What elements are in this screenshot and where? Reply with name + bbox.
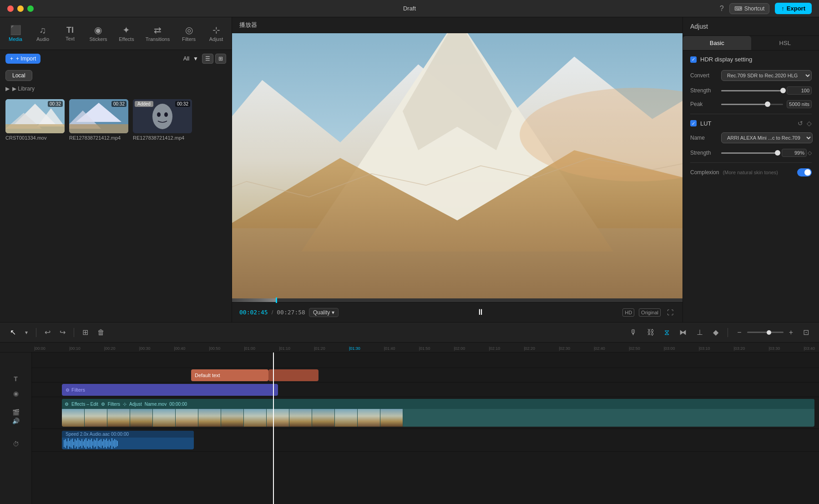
zoom-slider[interactable] — [747, 332, 784, 333]
sticker-track-icon: ◉ — [13, 390, 19, 397]
filters-clip[interactable]: ⚙ Filters — [62, 384, 278, 396]
magnet-button[interactable]: ⧖ — [662, 327, 672, 338]
video-clip-main[interactable]: ⚙ Effects – Edit ⚙ Filters ⊹ Adjust Name… — [62, 399, 814, 427]
total-time: 00:27:58 — [277, 309, 305, 316]
zoom-thumb — [767, 330, 771, 335]
media-thumb-3[interactable]: 00:32 Added RE127838721412.mp4 — [133, 99, 192, 317]
peak-slider[interactable] — [721, 104, 783, 105]
tab-text[interactable]: TI Text — [56, 22, 84, 45]
tab-audio[interactable]: ♫ Audio — [29, 22, 56, 45]
grid-view-button[interactable]: ⊞ — [215, 54, 226, 64]
tab-filters[interactable]: ◎ Filters — [175, 22, 202, 45]
lut-reset-icon[interactable]: ↺ — [798, 120, 803, 127]
main-area: ⬛ Media ♫ Audio TI Text ◉ Stickers ✦ Eff… — [0, 17, 819, 322]
delete-button[interactable]: 🗑 — [95, 327, 107, 338]
media-thumb-1[interactable]: 00:32 CRST001334.mov — [5, 99, 65, 317]
undo-button[interactable]: ↩ — [42, 326, 53, 338]
lut-name-select[interactable]: ARRI ALEXA Mini ...c to Rec.709 — [721, 132, 813, 143]
progress-bar[interactable] — [232, 298, 682, 302]
audio-clip-main[interactable]: Speed 2.0x Audio.aac 00:00:00 — [62, 431, 194, 449]
hd-view-button[interactable]: HD — [622, 308, 634, 317]
complexion-toggle[interactable] — [797, 168, 812, 176]
library-item[interactable]: ▶ ▶ Library — [0, 84, 232, 94]
lut-checkbox[interactable] — [690, 120, 697, 126]
text-clip-main[interactable]: Default text — [191, 369, 268, 381]
tab-transitions[interactable]: ⇄ Transitions — [140, 22, 175, 45]
waveform-bar — [107, 441, 108, 447]
tab-media[interactable]: ⬛ Media — [2, 22, 29, 45]
all-filter[interactable]: All — [183, 55, 189, 62]
close-button[interactable] — [7, 5, 14, 12]
split-button[interactable]: ⊞ — [80, 326, 91, 338]
lut-name-label: Name — [690, 135, 718, 141]
lut-settings-icon[interactable]: ◇ — [807, 120, 812, 127]
local-button[interactable]: Local — [5, 70, 32, 81]
lut-diamond-icon[interactable]: ◇ — [808, 150, 812, 156]
mic-button[interactable]: 🎙 — [627, 327, 640, 338]
ruler-mark-16: |02:40 — [594, 346, 629, 352]
select-dropdown-button[interactable]: ▾ — [22, 328, 30, 338]
waveform-bar — [87, 441, 88, 447]
plus-icon: + — [10, 55, 13, 62]
ruler-mark-14: |02:20 — [524, 346, 559, 352]
waveform-bar — [105, 440, 106, 447]
convert-select[interactable]: Rec.709 SDR to Rec.2020 HLG — [721, 70, 812, 81]
play-pause-button[interactable]: ⏸ — [471, 306, 490, 319]
hdr-label: HDR display setting — [700, 56, 752, 63]
ruler-mark-2: |00:20 — [104, 346, 139, 352]
minimize-button[interactable] — [17, 5, 24, 12]
strength-slider[interactable] — [721, 90, 783, 91]
select-tool-button[interactable]: ↖ — [7, 326, 19, 338]
link-button[interactable]: ⛓ — [644, 327, 657, 338]
effects-edit-label: Effects – Edit — [71, 402, 98, 407]
quality-button[interactable]: Quality ▾ — [309, 308, 339, 317]
preview-right-controls: HD Original ⛶ — [622, 308, 675, 317]
shortcut-button[interactable]: ⌨ Shortcut — [729, 3, 770, 14]
zoom-out-button[interactable]: − — [734, 327, 744, 338]
lut-strength-slider[interactable] — [721, 152, 778, 154]
titlebar-right: ? ⌨ Shortcut ↑ Export — [720, 3, 812, 14]
thumb-name-1: CRST001334.mov — [5, 135, 65, 141]
export-button[interactable]: ↑ Export — [775, 3, 812, 14]
video-track-icons: 🎬 🔊 — [12, 409, 20, 424]
redo-button[interactable]: ↪ — [57, 326, 68, 338]
convert-label: Convert — [690, 72, 718, 79]
waveform-bar — [80, 441, 81, 446]
snap-button[interactable]: ⧓ — [677, 326, 689, 338]
empty-top-row — [32, 353, 819, 368]
filter-icon[interactable]: ▼ — [193, 55, 198, 62]
tab-basic[interactable]: Basic — [683, 36, 751, 50]
help-icon[interactable]: ? — [720, 5, 724, 13]
fullscreen-button[interactable]: ⛶ — [665, 308, 675, 317]
timeline-tracks-container: T ◉ 🎬 🔊 ⏱ Defaul — [0, 353, 819, 504]
tab-effects[interactable]: ✦ Effects — [113, 22, 140, 45]
ruler-mark-10: |01:40 — [384, 346, 419, 352]
list-view-button[interactable]: ☰ — [202, 54, 213, 64]
mini-thumb-1 — [62, 409, 85, 427]
maximize-button[interactable] — [27, 5, 34, 12]
waveform-bar — [96, 438, 97, 449]
zoom-in-button[interactable]: + — [786, 327, 796, 338]
split2-button[interactable]: ⊥ — [694, 326, 706, 338]
waveform-bar — [79, 440, 80, 448]
keyframe-button[interactable]: ◆ — [710, 326, 721, 338]
import-button[interactable]: + + Import — [5, 54, 40, 64]
media-thumb-2[interactable]: 00:32 RE127838721412.mp4 — [69, 99, 128, 317]
lut-strength-row: Strength 99% ◇ — [690, 149, 812, 157]
original-button[interactable]: Original — [639, 308, 661, 317]
text-clip-continuation[interactable] — [268, 369, 318, 381]
peak-thumb — [765, 101, 770, 107]
tab-adjust[interactable]: ⊹ Adjust — [202, 22, 230, 45]
export-icon: ↑ — [781, 5, 784, 12]
view-buttons: ☰ ⊞ — [202, 54, 226, 64]
hdr-checkbox[interactable] — [690, 56, 697, 63]
text-track-icon: T — [14, 375, 18, 383]
fit-button[interactable]: ⊡ — [800, 326, 812, 338]
window-title: Draft — [403, 5, 416, 12]
svg-point-12 — [164, 112, 168, 117]
video-clip-header: ⚙ Effects – Edit ⚙ Filters ⊹ Adjust Name… — [62, 399, 814, 409]
lut-header: LUT ↺ ◇ — [690, 120, 812, 127]
tab-hsl[interactable]: HSL — [751, 36, 819, 50]
lut-strength-value: 99% — [782, 149, 807, 157]
tab-stickers[interactable]: ◉ Stickers — [84, 22, 113, 45]
